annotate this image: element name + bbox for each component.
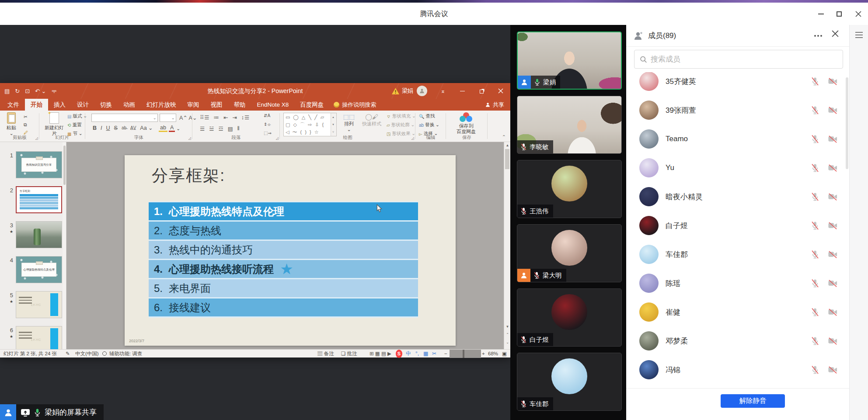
member-row-35齐健英[interactable]: 35齐健英 bbox=[626, 72, 849, 96]
slide-number-indicator[interactable]: 幻灯片 第 2 张, 共 24 张 bbox=[3, 350, 57, 358]
slide-thumbnail[interactable]: 3 ★ bbox=[0, 221, 66, 253]
find-button[interactable]: 🔍查找 bbox=[419, 113, 435, 119]
video-tile-李晓敏[interactable]: 李晓敏 bbox=[517, 96, 622, 154]
scroll-down-icon[interactable]: ▼ bbox=[504, 323, 510, 330]
mic-muted-icon[interactable] bbox=[810, 134, 820, 144]
dialog-launcher-icon[interactable]: ◿ bbox=[276, 136, 279, 140]
video-tile-王浩伟[interactable]: 王浩伟 bbox=[517, 160, 622, 218]
ppt-ribbon-tab-视图[interactable]: 视图 bbox=[205, 99, 228, 111]
shape-fill-button[interactable]: 🜄形状填充 ⌄ bbox=[387, 113, 416, 119]
dialog-launcher-icon[interactable]: ◿ bbox=[35, 136, 38, 140]
unmute-button[interactable]: 解除静音 bbox=[721, 394, 785, 408]
ime-clip-icon[interactable]: ✂ bbox=[432, 350, 436, 358]
thumbnail-preview[interactable] bbox=[16, 221, 62, 248]
slide-thumbnail[interactable]: 5 ★ LY-YC bbox=[0, 291, 66, 323]
mic-muted-icon[interactable] bbox=[810, 76, 820, 86]
accessibility-status[interactable]: 辅助功能: 调查 bbox=[109, 350, 142, 358]
members-list[interactable]: 35齐健英 39张雨萱 bbox=[626, 72, 849, 388]
view-buttons[interactable]: ⊞ ▦ ▤ ▶ bbox=[370, 350, 391, 358]
previous-slide-button[interactable]: ⌃ bbox=[504, 331, 510, 338]
ime-punctuation-icon[interactable]: °, bbox=[415, 350, 419, 358]
align-text-button[interactable]: ⇕⌯ bbox=[262, 122, 272, 127]
ppt-share-button[interactable]: 共享 bbox=[485, 99, 504, 111]
ribbon-display-options-button[interactable]: ⌅ bbox=[433, 83, 453, 99]
new-slide-button[interactable]: 新建幻灯片 bbox=[43, 112, 66, 136]
member-row-崔健[interactable]: 崔健 bbox=[626, 298, 849, 326]
ppt-ribbon-tab-幻灯片放映[interactable]: 幻灯片放映 bbox=[141, 99, 182, 111]
thumbnail-preview[interactable]: 分享框架: bbox=[16, 186, 62, 213]
zoom-out-icon[interactable]: − bbox=[444, 350, 447, 358]
window-titlebar[interactable]: 腾讯会议 bbox=[0, 3, 868, 25]
alignment-buttons[interactable]: ☰☱☲▤⫴ bbox=[199, 125, 241, 132]
zoom-level[interactable]: 68% bbox=[488, 350, 498, 358]
member-row-暗夜小精灵[interactable]: 暗夜小精灵 bbox=[626, 182, 849, 211]
scroll-up-icon[interactable]: ▲ bbox=[504, 142, 510, 149]
ppt-ribbon-tab-百度网盘[interactable]: 百度网盘 bbox=[294, 99, 329, 111]
mic-muted-icon[interactable] bbox=[810, 365, 820, 375]
mic-muted-icon[interactable] bbox=[810, 278, 820, 288]
mic-muted-icon[interactable] bbox=[810, 307, 820, 317]
ppt-minimize-button[interactable] bbox=[453, 83, 472, 99]
account-avatar-icon[interactable] bbox=[417, 86, 427, 96]
member-row-39张雨萱[interactable]: 39张雨萱 bbox=[626, 96, 849, 125]
ppt-account-name[interactable]: 梁娟 bbox=[402, 87, 413, 95]
ppt-ribbon-tab-EndNote X8[interactable]: EndNote X8 bbox=[251, 99, 295, 111]
ppt-ribbon-tab-设计[interactable]: 设计 bbox=[71, 99, 94, 111]
dialog-launcher-icon[interactable]: ◿ bbox=[411, 136, 414, 140]
slide[interactable]: 分享框架: 1. 心理援助热线特点及伦理 ★ 2. 态度与热线 ★ 3. 热线中… bbox=[125, 155, 456, 346]
language-indicator[interactable]: 中文(中国) bbox=[75, 350, 99, 358]
video-tile-白子煜[interactable]: 白子煜 bbox=[517, 288, 622, 347]
camera-muted-icon[interactable] bbox=[828, 250, 838, 259]
ime-keyboard-icon[interactable]: ▦ bbox=[423, 350, 428, 358]
notes-button[interactable]: ▤ 备注 bbox=[317, 350, 334, 358]
tell-me-search[interactable]: 操作说明搜索 bbox=[334, 99, 376, 111]
thumbnail-preview[interactable]: LY-YC bbox=[16, 326, 62, 349]
zoom-in-icon[interactable]: + bbox=[482, 350, 485, 358]
reset-button[interactable]: ⟲重置 bbox=[67, 122, 81, 128]
ppt-ribbon-tab-切换[interactable]: 切换 bbox=[94, 99, 118, 111]
ppt-restore-button[interactable] bbox=[472, 83, 491, 99]
thumbnail-scrollbar[interactable] bbox=[63, 142, 66, 349]
font-color-buttons[interactable]: abA⌄ bbox=[159, 125, 180, 132]
member-row-冯锦[interactable]: 冯锦 bbox=[626, 355, 849, 384]
camera-muted-icon[interactable] bbox=[828, 192, 838, 201]
replace-button[interactable]: ab替换 ⌄ bbox=[419, 122, 439, 128]
thumbnail-preview[interactable]: 热线知识交流与分享 bbox=[16, 151, 62, 178]
minimize-button[interactable] bbox=[813, 3, 828, 25]
hamburger-icon[interactable] bbox=[855, 32, 863, 40]
zoom-slider[interactable] bbox=[450, 350, 481, 358]
camera-muted-icon[interactable] bbox=[828, 336, 838, 346]
comments-button[interactable]: ❏ 批注 bbox=[341, 350, 357, 358]
thumbnail-preview[interactable]: 心理援助热线特点及伦理 bbox=[16, 256, 62, 283]
slide-thumbnail[interactable]: 6 ★ LY-YC bbox=[0, 326, 66, 349]
close-button[interactable] bbox=[851, 3, 866, 25]
quick-styles-button[interactable]: ◯🖌 快速样式 bbox=[359, 114, 384, 127]
thumbnail-preview[interactable]: LY-YC bbox=[16, 291, 62, 318]
video-tile-梁大明[interactable]: 梁大明 bbox=[517, 224, 622, 282]
text-direction-button[interactable]: ⇵A bbox=[262, 113, 272, 118]
camera-muted-icon[interactable] bbox=[828, 307, 838, 317]
copy-button[interactable]: ⧉ bbox=[24, 122, 27, 128]
font-style-buttons[interactable]: BIUS ab̶A̲V̲Aa ⌄ bbox=[91, 125, 154, 131]
screen-share-indicator[interactable]: 梁娟的屏幕共享 bbox=[0, 404, 104, 420]
video-tile-车佳郡[interactable]: 车佳郡 bbox=[517, 353, 622, 411]
mic-muted-icon[interactable] bbox=[810, 192, 820, 201]
list-indent-buttons[interactable]: ⠿☰≔⇤⇥↕☰ bbox=[199, 114, 251, 121]
ppt-ribbon-tab-帮助[interactable]: 帮助 bbox=[228, 99, 251, 111]
ppt-close-button[interactable] bbox=[491, 83, 510, 99]
member-search-box[interactable] bbox=[634, 50, 843, 69]
camera-muted-icon[interactable] bbox=[828, 221, 838, 230]
zoom-slider-thumb[interactable] bbox=[463, 350, 464, 358]
mic-muted-icon[interactable] bbox=[810, 105, 820, 115]
camera-muted-icon[interactable] bbox=[828, 76, 838, 86]
ime-language-icon[interactable]: 中 bbox=[406, 350, 411, 358]
spellcheck-icon[interactable]: ✎ bbox=[66, 350, 70, 358]
font-size-select[interactable]: ⌄ bbox=[160, 114, 176, 122]
save-to-baidu-button[interactable]: 保存到百度网盘 bbox=[452, 112, 480, 135]
ppt-titlebar[interactable]: ▤ ↻ ⊡ ↶ ⌄ ᆕ 热线知识交流与分享2 - PowerPoint 梁娟 ⌅ bbox=[0, 83, 510, 99]
mic-muted-icon[interactable] bbox=[810, 250, 820, 259]
shape-outline-button[interactable]: ▱形状轮廓 ⌄ bbox=[387, 122, 415, 128]
member-row-陈瑶[interactable]: 陈瑶 bbox=[626, 269, 849, 298]
ppt-ribbon-tab-插入[interactable]: 插入 bbox=[48, 99, 71, 111]
slide-thumbnail[interactable]: 1 ★ 热线知识交流与分享 bbox=[0, 151, 66, 183]
